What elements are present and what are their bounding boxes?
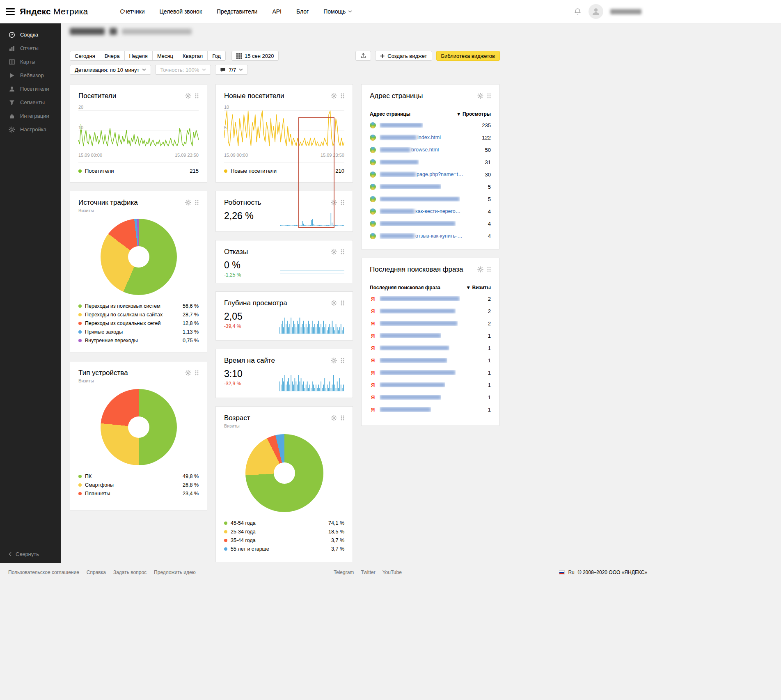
page-url-link[interactable]: отзыв-как-купить-… [380,233,463,239]
footer-twitter[interactable]: Twitter [361,570,375,575]
export-button[interactable] [355,51,371,61]
hamburger-menu-icon[interactable] [6,8,15,15]
nav-representatives[interactable]: Представители [217,8,257,15]
legend-label: Новые посетители [231,168,277,174]
column-header-url[interactable]: Адрес страницы [370,111,410,117]
logo[interactable]: Яндекс Метрика [20,7,88,16]
widget-drag-handle[interactable] [195,370,199,375]
footer-suggest-idea[interactable]: Предложить идею [154,570,196,575]
nav-api[interactable]: API [272,8,282,15]
nav-blog[interactable]: Блог [296,8,309,15]
page-url-link[interactable] [380,184,441,189]
widget-drag-handle[interactable] [341,93,344,98]
drag-handle-icon [487,93,491,98]
period-month-button[interactable]: Месяц [152,51,178,61]
sidebar-item-segments[interactable]: Сегменты [0,96,61,109]
widget-drag-handle[interactable] [341,249,344,254]
search-phrase-link[interactable] [380,309,456,313]
sidebar-item-reports[interactable]: Отчеты [0,41,61,55]
sidebar-collapse-button[interactable]: Свернуть [9,551,39,557]
widget-settings-button[interactable] [185,370,191,376]
period-week-button[interactable]: Неделя [124,51,153,61]
column-header-views[interactable]: ▼ Просмотры [456,111,491,117]
widget-search-phrases: Последняя поисковая фраза Последняя поис… [361,258,499,426]
page-url-link[interactable]: index.html [380,135,441,140]
legend-dot [78,492,82,495]
date-picker-button[interactable]: 15 сен 2020 [231,51,279,61]
detail-dropdown[interactable]: Детализация: по 10 минут [70,65,151,75]
column-header-phrase[interactable]: Последняя поисковая фраза [370,285,440,291]
widget-library-button[interactable]: Библиотека виджетов [436,51,500,61]
widget-drag-handle[interactable] [487,93,491,98]
column-header-visits[interactable]: ▼ Визиты [466,285,491,291]
sidebar-item-summary[interactable]: Сводка [0,28,61,41]
widget-settings-button[interactable] [331,249,337,255]
page-url-link[interactable] [380,197,460,201]
period-today-button[interactable]: Сегодня [70,51,100,61]
sidebar-item-maps[interactable]: Карты [0,55,61,69]
widget-drag-handle[interactable] [341,300,344,306]
search-phrase-link[interactable] [380,345,449,350]
widget-settings-button[interactable] [331,415,337,421]
goals-dropdown[interactable]: 7/7 [215,65,248,75]
sidebar-item-integrations[interactable]: Интеграции [0,109,61,123]
footer-ask-question[interactable]: Задать вопрос [113,570,147,575]
widget-drag-handle[interactable] [195,200,199,205]
widget-settings-button[interactable] [331,300,337,306]
search-phrase-link[interactable] [380,395,441,400]
widget-traffic-source: Источник трафика Визиты Переходы из поис… [70,191,207,353]
search-phrase-link[interactable] [380,333,441,338]
nav-counters[interactable]: Счетчики [120,8,144,15]
widget-subtitle: Визиты [78,208,199,213]
language-selector[interactable]: Ru [568,570,574,575]
widget-settings-button[interactable] [331,357,337,364]
blurred-username[interactable] [610,9,641,14]
widget-settings-button[interactable] [185,93,191,99]
footer-youtube[interactable]: YouTube [382,570,402,575]
widget-drag-handle[interactable] [487,267,491,272]
legend-row: 35-44 года3,7 % [224,536,344,544]
search-phrase-link[interactable] [380,407,431,412]
period-quarter-button[interactable]: Квартал [178,51,208,61]
page-url-link[interactable]: как-вести-перего… [380,208,460,214]
page-url-link[interactable] [380,123,423,128]
sidebar-item-visitors[interactable]: Посетители [0,82,61,96]
page-url-link[interactable] [380,221,456,226]
period-yesterday-button[interactable]: Вчера [100,51,125,61]
search-phrase-link[interactable] [380,321,458,326]
page-url-link[interactable]: browse.html [380,147,439,153]
nav-target-call[interactable]: Целевой звонок [159,8,202,15]
legend-value: 1,13 % [183,329,199,335]
donut-hole [128,416,149,438]
bell-icon[interactable] [574,8,582,16]
page-url-link[interactable] [380,160,419,165]
widget-settings-button[interactable] [331,93,337,99]
period-year-button[interactable]: Год [207,51,226,61]
accuracy-dropdown[interactable]: Точность: 100% [155,65,211,75]
sidebar-item-webvisor[interactable]: Вебвизор [0,69,61,82]
legend-label: ПК [85,474,92,479]
footer-telegram[interactable]: Telegram [334,570,354,575]
widget-title: Возраст [224,414,250,422]
search-phrase-link[interactable] [380,382,445,387]
widget-drag-handle[interactable] [341,358,344,363]
widget-drag-handle[interactable] [341,200,344,205]
widget-title: Новые посетители [224,92,284,100]
sidebar-item-settings[interactable]: Настройка [0,123,61,136]
search-phrase-link[interactable] [380,370,456,375]
footer-help[interactable]: Справка [87,570,106,575]
nav-help[interactable]: Помощь [323,8,352,15]
widget-settings-button[interactable] [185,199,191,206]
widget-settings-button[interactable] [477,266,483,272]
avatar[interactable] [589,4,603,19]
widget-settings-button[interactable] [331,199,337,206]
create-widget-button[interactable]: Создать виджет [375,51,432,61]
widget-drag-handle[interactable] [195,93,199,98]
page-url-link[interactable]: page.php?name=t… [380,172,463,177]
widget-drag-handle[interactable] [341,415,344,421]
search-phrase-link[interactable] [380,296,460,301]
widget-settings-button[interactable] [477,93,483,99]
search-phrase-link[interactable] [380,358,447,363]
footer-user-agreement[interactable]: Пользовательское соглашение [8,570,79,575]
total-value: 210 [335,168,344,174]
